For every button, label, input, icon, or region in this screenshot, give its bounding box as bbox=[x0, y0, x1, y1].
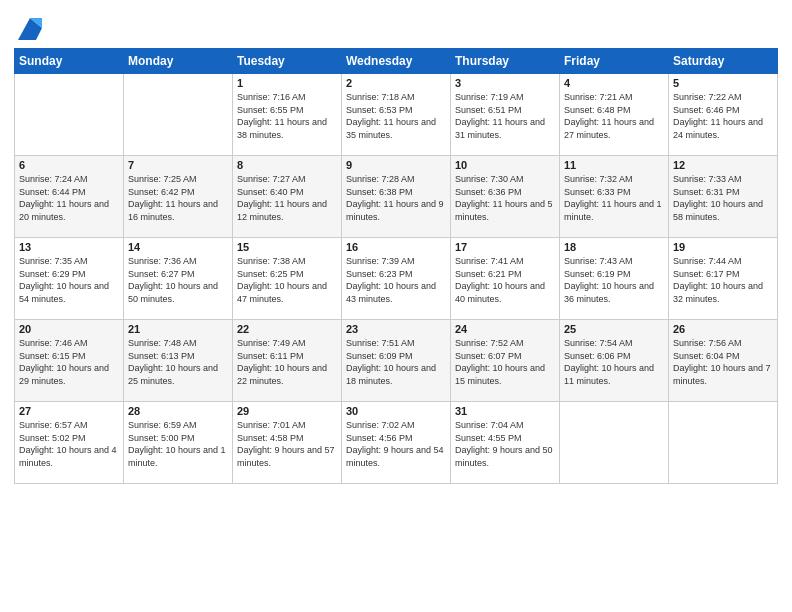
day-info: Sunrise: 6:57 AM Sunset: 5:02 PM Dayligh… bbox=[19, 419, 119, 469]
calendar-table: Sunday Monday Tuesday Wednesday Thursday… bbox=[14, 48, 778, 484]
calendar-cell: 28Sunrise: 6:59 AM Sunset: 5:00 PM Dayli… bbox=[124, 402, 233, 484]
day-number: 20 bbox=[19, 323, 119, 335]
calendar-cell: 4Sunrise: 7:21 AM Sunset: 6:48 PM Daylig… bbox=[560, 74, 669, 156]
calendar-cell: 5Sunrise: 7:22 AM Sunset: 6:46 PM Daylig… bbox=[669, 74, 778, 156]
day-number: 11 bbox=[564, 159, 664, 171]
day-info: Sunrise: 7:18 AM Sunset: 6:53 PM Dayligh… bbox=[346, 91, 446, 141]
day-info: Sunrise: 7:25 AM Sunset: 6:42 PM Dayligh… bbox=[128, 173, 228, 223]
day-info: Sunrise: 7:16 AM Sunset: 6:55 PM Dayligh… bbox=[237, 91, 337, 141]
day-info: Sunrise: 7:33 AM Sunset: 6:31 PM Dayligh… bbox=[673, 173, 773, 223]
day-number: 21 bbox=[128, 323, 228, 335]
header-saturday: Saturday bbox=[669, 49, 778, 74]
calendar-cell: 31Sunrise: 7:04 AM Sunset: 4:55 PM Dayli… bbox=[451, 402, 560, 484]
day-info: Sunrise: 7:51 AM Sunset: 6:09 PM Dayligh… bbox=[346, 337, 446, 387]
calendar-cell: 27Sunrise: 6:57 AM Sunset: 5:02 PM Dayli… bbox=[15, 402, 124, 484]
day-info: Sunrise: 7:56 AM Sunset: 6:04 PM Dayligh… bbox=[673, 337, 773, 387]
calendar-week-row: 6Sunrise: 7:24 AM Sunset: 6:44 PM Daylig… bbox=[15, 156, 778, 238]
calendar-cell: 22Sunrise: 7:49 AM Sunset: 6:11 PM Dayli… bbox=[233, 320, 342, 402]
weekday-header-row: Sunday Monday Tuesday Wednesday Thursday… bbox=[15, 49, 778, 74]
day-number: 24 bbox=[455, 323, 555, 335]
calendar-cell: 13Sunrise: 7:35 AM Sunset: 6:29 PM Dayli… bbox=[15, 238, 124, 320]
day-info: Sunrise: 7:39 AM Sunset: 6:23 PM Dayligh… bbox=[346, 255, 446, 305]
day-info: Sunrise: 7:32 AM Sunset: 6:33 PM Dayligh… bbox=[564, 173, 664, 223]
day-number: 17 bbox=[455, 241, 555, 253]
day-info: Sunrise: 7:48 AM Sunset: 6:13 PM Dayligh… bbox=[128, 337, 228, 387]
page: Sunday Monday Tuesday Wednesday Thursday… bbox=[0, 0, 792, 612]
day-info: Sunrise: 7:27 AM Sunset: 6:40 PM Dayligh… bbox=[237, 173, 337, 223]
day-info: Sunrise: 7:30 AM Sunset: 6:36 PM Dayligh… bbox=[455, 173, 555, 223]
header-wednesday: Wednesday bbox=[342, 49, 451, 74]
day-number: 26 bbox=[673, 323, 773, 335]
calendar-cell: 15Sunrise: 7:38 AM Sunset: 6:25 PM Dayli… bbox=[233, 238, 342, 320]
day-info: Sunrise: 7:44 AM Sunset: 6:17 PM Dayligh… bbox=[673, 255, 773, 305]
calendar-cell bbox=[669, 402, 778, 484]
calendar-cell: 26Sunrise: 7:56 AM Sunset: 6:04 PM Dayli… bbox=[669, 320, 778, 402]
calendar-cell: 12Sunrise: 7:33 AM Sunset: 6:31 PM Dayli… bbox=[669, 156, 778, 238]
calendar-cell: 30Sunrise: 7:02 AM Sunset: 4:56 PM Dayli… bbox=[342, 402, 451, 484]
calendar-cell: 20Sunrise: 7:46 AM Sunset: 6:15 PM Dayli… bbox=[15, 320, 124, 402]
day-number: 15 bbox=[237, 241, 337, 253]
day-number: 19 bbox=[673, 241, 773, 253]
header-thursday: Thursday bbox=[451, 49, 560, 74]
day-info: Sunrise: 7:22 AM Sunset: 6:46 PM Dayligh… bbox=[673, 91, 773, 141]
day-info: Sunrise: 7:38 AM Sunset: 6:25 PM Dayligh… bbox=[237, 255, 337, 305]
day-number: 25 bbox=[564, 323, 664, 335]
day-info: Sunrise: 7:04 AM Sunset: 4:55 PM Dayligh… bbox=[455, 419, 555, 469]
calendar-cell: 1Sunrise: 7:16 AM Sunset: 6:55 PM Daylig… bbox=[233, 74, 342, 156]
day-info: Sunrise: 7:54 AM Sunset: 6:06 PM Dayligh… bbox=[564, 337, 664, 387]
day-info: Sunrise: 7:41 AM Sunset: 6:21 PM Dayligh… bbox=[455, 255, 555, 305]
calendar-cell: 14Sunrise: 7:36 AM Sunset: 6:27 PM Dayli… bbox=[124, 238, 233, 320]
day-info: Sunrise: 7:49 AM Sunset: 6:11 PM Dayligh… bbox=[237, 337, 337, 387]
day-number: 9 bbox=[346, 159, 446, 171]
day-info: Sunrise: 7:36 AM Sunset: 6:27 PM Dayligh… bbox=[128, 255, 228, 305]
day-number: 14 bbox=[128, 241, 228, 253]
calendar-cell: 23Sunrise: 7:51 AM Sunset: 6:09 PM Dayli… bbox=[342, 320, 451, 402]
calendar-cell: 24Sunrise: 7:52 AM Sunset: 6:07 PM Dayli… bbox=[451, 320, 560, 402]
calendar-cell: 8Sunrise: 7:27 AM Sunset: 6:40 PM Daylig… bbox=[233, 156, 342, 238]
calendar-week-row: 27Sunrise: 6:57 AM Sunset: 5:02 PM Dayli… bbox=[15, 402, 778, 484]
day-number: 31 bbox=[455, 405, 555, 417]
calendar-cell: 17Sunrise: 7:41 AM Sunset: 6:21 PM Dayli… bbox=[451, 238, 560, 320]
calendar-cell bbox=[124, 74, 233, 156]
header-friday: Friday bbox=[560, 49, 669, 74]
day-info: Sunrise: 7:19 AM Sunset: 6:51 PM Dayligh… bbox=[455, 91, 555, 141]
day-number: 16 bbox=[346, 241, 446, 253]
day-number: 13 bbox=[19, 241, 119, 253]
logo-icon bbox=[16, 14, 44, 42]
day-number: 5 bbox=[673, 77, 773, 89]
day-number: 3 bbox=[455, 77, 555, 89]
day-info: Sunrise: 7:35 AM Sunset: 6:29 PM Dayligh… bbox=[19, 255, 119, 305]
calendar-week-row: 20Sunrise: 7:46 AM Sunset: 6:15 PM Dayli… bbox=[15, 320, 778, 402]
day-number: 22 bbox=[237, 323, 337, 335]
calendar-cell: 9Sunrise: 7:28 AM Sunset: 6:38 PM Daylig… bbox=[342, 156, 451, 238]
day-number: 29 bbox=[237, 405, 337, 417]
day-info: Sunrise: 7:24 AM Sunset: 6:44 PM Dayligh… bbox=[19, 173, 119, 223]
day-info: Sunrise: 7:52 AM Sunset: 6:07 PM Dayligh… bbox=[455, 337, 555, 387]
calendar-cell: 3Sunrise: 7:19 AM Sunset: 6:51 PM Daylig… bbox=[451, 74, 560, 156]
calendar-cell bbox=[15, 74, 124, 156]
day-number: 23 bbox=[346, 323, 446, 335]
header-sunday: Sunday bbox=[15, 49, 124, 74]
day-number: 4 bbox=[564, 77, 664, 89]
calendar-cell: 11Sunrise: 7:32 AM Sunset: 6:33 PM Dayli… bbox=[560, 156, 669, 238]
calendar-cell: 18Sunrise: 7:43 AM Sunset: 6:19 PM Dayli… bbox=[560, 238, 669, 320]
day-number: 28 bbox=[128, 405, 228, 417]
logo bbox=[14, 14, 44, 42]
day-info: Sunrise: 7:46 AM Sunset: 6:15 PM Dayligh… bbox=[19, 337, 119, 387]
day-number: 8 bbox=[237, 159, 337, 171]
calendar-cell: 19Sunrise: 7:44 AM Sunset: 6:17 PM Dayli… bbox=[669, 238, 778, 320]
day-number: 18 bbox=[564, 241, 664, 253]
day-number: 30 bbox=[346, 405, 446, 417]
calendar-cell: 25Sunrise: 7:54 AM Sunset: 6:06 PM Dayli… bbox=[560, 320, 669, 402]
day-number: 10 bbox=[455, 159, 555, 171]
day-info: Sunrise: 6:59 AM Sunset: 5:00 PM Dayligh… bbox=[128, 419, 228, 469]
calendar-cell: 6Sunrise: 7:24 AM Sunset: 6:44 PM Daylig… bbox=[15, 156, 124, 238]
calendar-cell: 7Sunrise: 7:25 AM Sunset: 6:42 PM Daylig… bbox=[124, 156, 233, 238]
header bbox=[14, 10, 778, 42]
calendar-cell: 29Sunrise: 7:01 AM Sunset: 4:58 PM Dayli… bbox=[233, 402, 342, 484]
day-info: Sunrise: 7:21 AM Sunset: 6:48 PM Dayligh… bbox=[564, 91, 664, 141]
header-monday: Monday bbox=[124, 49, 233, 74]
day-info: Sunrise: 7:43 AM Sunset: 6:19 PM Dayligh… bbox=[564, 255, 664, 305]
day-number: 7 bbox=[128, 159, 228, 171]
calendar-cell: 2Sunrise: 7:18 AM Sunset: 6:53 PM Daylig… bbox=[342, 74, 451, 156]
